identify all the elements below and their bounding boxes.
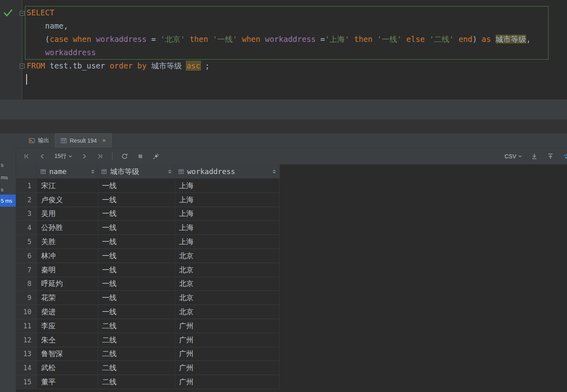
table-cell[interactable]: 关胜 bbox=[37, 235, 98, 249]
table-cell[interactable]: 一线 bbox=[98, 291, 175, 305]
previous-page-button[interactable] bbox=[39, 153, 46, 160]
table-row[interactable]: 12朱仝二线广州 bbox=[16, 333, 280, 347]
table-cell[interactable]: 北京 bbox=[175, 263, 279, 277]
column-header-name[interactable]: name bbox=[37, 164, 98, 178]
table-cell[interactable]: 林冲 bbox=[37, 249, 98, 263]
stop-button[interactable] bbox=[137, 153, 144, 160]
table-row[interactable]: 10柴进一线北京 bbox=[16, 305, 280, 319]
table-cell[interactable]: 上海 bbox=[175, 179, 279, 193]
table-cell[interactable]: 北京 bbox=[175, 277, 279, 291]
row-number[interactable]: 7 bbox=[16, 263, 37, 277]
table-cell[interactable]: 北京 bbox=[175, 305, 279, 319]
table-cell[interactable]: 柴进 bbox=[37, 305, 98, 319]
row-number[interactable]: 11 bbox=[16, 319, 37, 333]
first-page-button[interactable] bbox=[23, 153, 30, 160]
row-number[interactable]: 2 bbox=[16, 193, 37, 207]
left-panel-item[interactable]: 5 ms bbox=[0, 195, 16, 207]
table-cell[interactable]: 一线 bbox=[98, 179, 175, 193]
table-row[interactable]: 7秦明一线北京 bbox=[16, 263, 280, 277]
table-row[interactable]: 2卢俊义一线上海 bbox=[16, 193, 280, 207]
table-cell[interactable]: 鲁智深 bbox=[37, 347, 98, 361]
row-number[interactable]: 6 bbox=[16, 249, 37, 263]
table-row[interactable]: 9花荣一线北京 bbox=[16, 291, 280, 305]
tab-result[interactable]: Result 194 ✕ bbox=[55, 133, 112, 147]
table-cell[interactable]: 秦明 bbox=[37, 263, 98, 277]
row-number[interactable]: 4 bbox=[16, 221, 37, 235]
table-cell[interactable]: 一线 bbox=[98, 193, 175, 207]
page-size-dropdown[interactable]: 15行 bbox=[54, 153, 72, 160]
last-page-button[interactable] bbox=[96, 153, 104, 160]
column-header-city-tier[interactable]: 城市等级 bbox=[98, 164, 175, 178]
code-line[interactable]: (case when workaddress = '北京' then '一线' … bbox=[27, 33, 567, 46]
table-cell[interactable]: 呼延灼 bbox=[37, 277, 98, 291]
table-cell[interactable]: 二线 bbox=[98, 347, 175, 361]
left-panel-item[interactable]: s bbox=[0, 159, 16, 171]
table-cell[interactable]: 二线 bbox=[98, 319, 175, 333]
table-cell[interactable]: 北京 bbox=[175, 291, 279, 305]
table-cell[interactable]: 广州 bbox=[175, 347, 279, 361]
pin-button[interactable] bbox=[152, 153, 160, 160]
table-cell[interactable]: 一线 bbox=[98, 263, 175, 277]
table-cell[interactable]: 广州 bbox=[175, 319, 279, 333]
table-cell[interactable]: 一线 bbox=[98, 221, 175, 235]
table-cell[interactable]: 二线 bbox=[98, 333, 175, 347]
table-cell[interactable]: 一线 bbox=[98, 235, 175, 249]
table-cell[interactable]: 上海 bbox=[175, 221, 279, 235]
left-panel-item[interactable]: ms bbox=[0, 171, 16, 183]
table-row[interactable]: 11李应二线广州 bbox=[16, 319, 280, 333]
table-cell[interactable]: 吴用 bbox=[37, 207, 98, 221]
table-cell[interactable]: 上海 bbox=[175, 235, 279, 249]
table-cell[interactable]: 二线 bbox=[98, 375, 175, 389]
table-row[interactable]: 5关胜一线上海 bbox=[16, 235, 280, 249]
table-cell[interactable]: 广州 bbox=[175, 333, 279, 347]
row-number[interactable]: 5 bbox=[16, 235, 37, 249]
column-header-workaddress[interactable]: workaddress bbox=[175, 164, 279, 178]
fold-collapse-icon[interactable] bbox=[20, 64, 25, 68]
table-cell[interactable]: 广州 bbox=[175, 361, 279, 375]
row-number[interactable]: 14 bbox=[16, 361, 37, 375]
table-cell[interactable]: 上海 bbox=[175, 193, 279, 207]
code-line[interactable]: SELECT bbox=[27, 6, 567, 19]
code-line[interactable]: FROM test.tb_user order by 城市等级 asc ; bbox=[27, 59, 567, 73]
fold-collapse-icon[interactable] bbox=[20, 11, 25, 16]
table-cell[interactable]: 卢俊义 bbox=[37, 193, 98, 207]
row-number[interactable]: 8 bbox=[16, 277, 37, 291]
table-row[interactable]: 6林冲一线北京 bbox=[16, 249, 280, 263]
scroll-to-top-button[interactable] bbox=[547, 153, 554, 160]
code-line[interactable] bbox=[27, 73, 567, 86]
sql-editor[interactable]: SELECT name, (case when workaddress = '北… bbox=[0, 0, 567, 100]
editor-toolwindow-splitter[interactable] bbox=[0, 100, 567, 119]
table-cell[interactable]: 公孙胜 bbox=[37, 221, 98, 235]
code-line[interactable]: name, bbox=[27, 19, 567, 33]
table-row[interactable]: 1宋江一线上海 bbox=[16, 179, 280, 193]
table-row[interactable]: 8呼延灼一线北京 bbox=[16, 277, 280, 291]
left-panel-item[interactable]: s bbox=[0, 183, 16, 195]
table-cell[interactable]: 李应 bbox=[37, 319, 98, 333]
row-number[interactable]: 10 bbox=[16, 305, 37, 319]
row-number[interactable]: 15 bbox=[16, 375, 37, 389]
table-row[interactable]: 4公孙胜一线上海 bbox=[16, 221, 280, 235]
table-cell[interactable]: 花荣 bbox=[37, 291, 98, 305]
table-cell[interactable]: 一线 bbox=[98, 207, 175, 221]
row-number[interactable]: 13 bbox=[16, 347, 37, 361]
table-cell[interactable]: 一线 bbox=[98, 305, 175, 319]
table-cell[interactable]: 二线 bbox=[98, 361, 175, 375]
table-cell[interactable]: 武松 bbox=[37, 361, 98, 375]
table-row[interactable]: 14武松二线广州 bbox=[16, 361, 280, 375]
sort-icon[interactable] bbox=[91, 170, 94, 174]
table-row[interactable]: 15董平二线广州 bbox=[16, 375, 280, 389]
corner-cell[interactable] bbox=[16, 164, 37, 178]
refresh-button[interactable] bbox=[121, 153, 128, 160]
row-number[interactable]: 12 bbox=[16, 333, 37, 347]
table-cell[interactable]: 广州 bbox=[175, 375, 279, 389]
tab-output[interactable]: 输出 bbox=[23, 133, 55, 147]
table-cell[interactable]: 朱仝 bbox=[37, 333, 98, 347]
code-area[interactable]: SELECT name, (case when workaddress = '北… bbox=[27, 6, 567, 86]
table-cell[interactable]: 宋江 bbox=[37, 179, 98, 193]
table-row[interactable]: 13鲁智深二线广州 bbox=[16, 347, 280, 361]
table-cell[interactable]: 一线 bbox=[98, 277, 175, 291]
row-number[interactable]: 9 bbox=[16, 291, 37, 305]
table-cell[interactable]: 一线 bbox=[98, 249, 175, 263]
compare-button[interactable] bbox=[563, 153, 567, 160]
sort-icon[interactable] bbox=[273, 170, 276, 174]
